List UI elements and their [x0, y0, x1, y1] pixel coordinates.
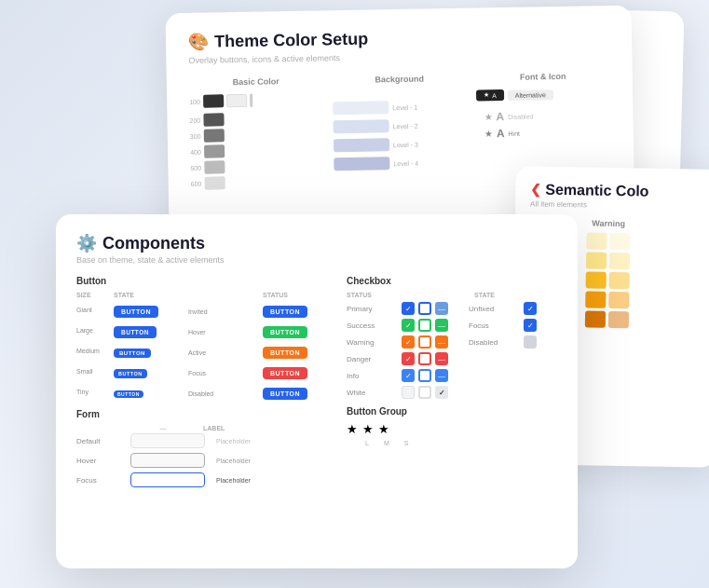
checkbox-section-title: Checkbox — [347, 276, 557, 286]
warning-column: Warning — [585, 218, 631, 328]
chk-primary-2[interactable] — [418, 302, 431, 315]
btn-giant-default[interactable]: BUTTON — [114, 306, 158, 318]
chk-warning-3[interactable]: — — [435, 335, 448, 349]
btn-small-default[interactable]: BUTTON — [114, 369, 147, 378]
star-3: ★ — [378, 422, 389, 436]
chk-info-2[interactable] — [418, 369, 431, 382]
chk-danger-3[interactable]: — — [435, 352, 448, 365]
alternative-btn: Alternative — [508, 89, 553, 101]
checkbox-section: Checkbox STATUS STATE Primary ✓ — — [347, 276, 557, 399]
btn-tiny-default[interactable]: BUTTON — [114, 390, 143, 398]
form-row-default: Default Placeholder — [76, 433, 337, 448]
chk-danger-1[interactable]: ✓ — [402, 352, 415, 365]
chk-white-1[interactable] — [402, 386, 415, 399]
chk-white-3[interactable]: ✓ — [435, 386, 448, 399]
chk-success-2[interactable] — [418, 319, 431, 332]
semantic-subtitle: All item elements — [530, 199, 705, 211]
chk-row-danger: Danger ✓ — — [347, 352, 557, 365]
chk-warning-1[interactable]: ✓ — [402, 335, 415, 349]
btn-large-status[interactable]: BUTTON — [263, 326, 307, 338]
form-section: Form — Label Default Placeholder Hover P… — [76, 409, 337, 487]
size-indicators: L M S — [347, 440, 557, 446]
btn-medium-status[interactable]: BUTTON — [263, 347, 307, 359]
btn-large-default[interactable]: BUTTON — [114, 326, 157, 338]
chk-primary-1[interactable]: ✓ — [402, 302, 415, 315]
basic-color-column: Basic Color 100 200 300 400 — [189, 75, 325, 189]
chk-row-info: Info ✓ — — [347, 369, 557, 382]
button-section-title: Button — [76, 276, 337, 286]
chk-danger-2[interactable] — [418, 352, 431, 365]
button-row-giant: Giant BUTTON Invited BUTTON — [76, 301, 337, 318]
components-card: ⚙️ Components Base on theme, state & act… — [56, 214, 578, 568]
chk-state-focus[interactable]: ✓ — [524, 319, 537, 332]
left-panel: Button SIZE STATE STATUS Giant BUTTON In… — [76, 276, 337, 492]
star-2: ★ — [362, 422, 374, 436]
form-input-focus[interactable] — [130, 472, 205, 487]
chk-white-2[interactable] — [418, 386, 431, 399]
btn-group-title: Button Group — [347, 406, 557, 417]
form-row-hover: Hover Placeholder — [76, 453, 337, 468]
chk-success-3[interactable]: — — [435, 319, 448, 332]
chk-success-1[interactable]: ✓ — [402, 319, 415, 332]
chk-row-success: Success ✓ — Focus ✓ — [347, 319, 557, 332]
button-row-small: Small BUTTON Focus BUTTON — [76, 362, 337, 379]
semantic-title: ❮ Semantic Colo — [530, 181, 705, 200]
chk-primary-3[interactable]: — — [435, 302, 448, 315]
components-icon: ⚙️ — [76, 233, 97, 253]
background-column: Background Level - 1 Level - 2 Level - 3… — [333, 74, 469, 187]
chevron-left-icon: ❮ — [530, 182, 541, 197]
button-row-medium: Medium BUTTON Active BUTTON — [76, 342, 337, 359]
form-section-title: Form — [76, 409, 337, 419]
form-input-hover[interactable] — [130, 453, 205, 468]
btn-small-status[interactable]: BUTTON — [263, 367, 307, 379]
theme-title: 🎨 Theme Color Setup — [188, 24, 609, 52]
gear-icon: 🎨 — [188, 32, 209, 52]
btn-giant-status[interactable]: BUTTON — [263, 306, 307, 318]
chk-row-white: White ✓ — [347, 386, 557, 399]
button-group-section: Button Group ★ ★ ★ L M S — [347, 406, 557, 446]
chk-info-1[interactable]: ✓ — [402, 369, 415, 382]
form-input-default[interactable] — [130, 433, 205, 448]
components-subtitle: Base on theme, state & active elements — [76, 255, 557, 265]
chk-warning-2[interactable] — [418, 335, 431, 349]
chk-state-primary[interactable]: ✓ — [524, 302, 537, 315]
right-panel: Checkbox STATUS STATE Primary ✓ — — [347, 276, 557, 492]
button-row-large: Large BUTTON Hover BUTTON — [76, 321, 337, 338]
form-row-focus: Focus Placeholder — [76, 472, 337, 487]
chk-row-primary: Primary ✓ — Unfixed ✓ — [347, 302, 557, 315]
chk-row-warning: Warning ✓ — Disabled — [347, 335, 557, 349]
button-table-header: SIZE STATE STATUS — [76, 292, 337, 298]
btn-group-stars: ★ ★ ★ — [347, 422, 389, 436]
star-1: ★ — [347, 422, 358, 436]
chk-info-3[interactable]: — — [435, 369, 448, 382]
btn-medium-default[interactable]: BUTTON — [114, 349, 151, 358]
button-row-tiny: Tiny BUTTON Disabled BUTTON — [76, 383, 337, 400]
chk-state-disabled — [524, 335, 537, 349]
components-body: Button SIZE STATE STATUS Giant BUTTON In… — [76, 276, 557, 492]
btn-tiny-status[interactable]: BUTTON — [263, 388, 307, 400]
components-title: ⚙️ Components — [76, 233, 557, 253]
